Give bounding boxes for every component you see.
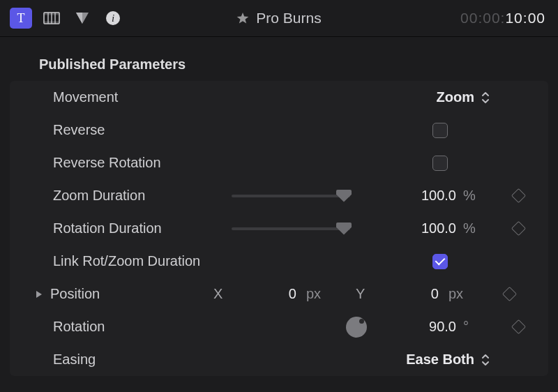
- popup-easing-value: Ease Both: [406, 352, 474, 368]
- row-rotation-duration: Rotation Duration 100.0 %: [10, 212, 548, 245]
- label-link-duration: Link Rot/Zoom Duration: [53, 253, 232, 269]
- row-zoom-duration: Zoom Duration 100.0 %: [10, 179, 548, 212]
- row-reverse-rotation: Reverse Rotation: [10, 146, 548, 179]
- info-icon: i: [105, 10, 121, 26]
- label-zoom-duration: Zoom Duration: [53, 188, 232, 204]
- timecode-dim: 00:00:: [460, 10, 505, 26]
- label-reverse-rotation: Reverse Rotation: [53, 155, 232, 171]
- position-y-value[interactable]: 0: [426, 286, 439, 302]
- svg-text:i: i: [112, 13, 114, 24]
- row-reverse: Reverse: [10, 114, 548, 146]
- position-y-unit: px: [448, 286, 463, 302]
- inspector-title[interactable]: Pro Burns: [236, 10, 321, 27]
- star-icon: [236, 12, 249, 24]
- header-divider: [0, 36, 558, 37]
- text-icon: T: [14, 11, 28, 25]
- tab-text[interactable]: T: [10, 8, 32, 29]
- position-x-unit: px: [306, 286, 321, 302]
- popup-easing[interactable]: Ease Both: [232, 352, 509, 368]
- keyframe-position[interactable]: [502, 287, 516, 301]
- parameters-panel: Movement Zoom Reverse Reverse Rotation Z…: [10, 81, 548, 376]
- tab-generator[interactable]: [71, 8, 93, 29]
- svg-marker-12: [36, 291, 42, 298]
- triangle-down-icon: [75, 11, 90, 25]
- label-reverse: Reverse: [53, 122, 232, 138]
- value-zoom-duration[interactable]: 100.0 %: [371, 188, 509, 204]
- checkbox-link-duration[interactable]: [432, 254, 448, 269]
- tab-info[interactable]: i: [102, 8, 124, 29]
- svg-marker-11: [237, 13, 249, 24]
- row-position: Position X 0 px Y 0 px: [10, 278, 548, 310]
- tab-video[interactable]: [40, 8, 63, 29]
- row-link-duration: Link Rot/Zoom Duration: [10, 245, 548, 278]
- popup-movement-value: Zoom: [437, 89, 474, 105]
- keyframe-rotation-duration[interactable]: [511, 221, 525, 236]
- label-position: Position: [50, 286, 100, 302]
- value-rotation-duration[interactable]: 100.0 %: [371, 220, 509, 236]
- position-y-label: Y: [356, 286, 365, 302]
- filmstrip-icon: [43, 11, 60, 25]
- checkbox-reverse[interactable]: [432, 123, 448, 138]
- label-rotation-duration: Rotation Duration: [53, 220, 232, 236]
- label-rotation: Rotation: [53, 319, 232, 335]
- row-movement: Movement Zoom: [10, 81, 548, 114]
- position-x-label: X: [213, 286, 223, 302]
- slider-rotation-duration[interactable]: [232, 227, 350, 230]
- section-title: Published Parameters: [0, 38, 558, 81]
- timecode[interactable]: 00:00:10:00: [460, 10, 545, 27]
- keyframe-rotation[interactable]: [511, 319, 525, 334]
- title-text: Pro Burns: [256, 10, 321, 27]
- slider-zoom-duration[interactable]: [232, 195, 350, 197]
- disclosure-triangle-icon[interactable]: [35, 289, 43, 299]
- chevron-updown-icon: [481, 91, 490, 104]
- label-movement: Movement: [53, 89, 232, 105]
- popup-movement[interactable]: Zoom: [232, 89, 509, 105]
- value-rotation[interactable]: 90.0 °: [371, 319, 509, 335]
- label-easing: Easing: [53, 352, 232, 368]
- svg-text:T: T: [17, 11, 25, 25]
- chevron-updown-icon: [481, 354, 490, 366]
- position-x-value[interactable]: 0: [284, 286, 296, 302]
- inspector-header: T i Pro Burns 00:: [0, 0, 558, 36]
- row-rotation: Rotation 90.0 °: [10, 310, 548, 343]
- checkbox-reverse-rotation[interactable]: [432, 156, 448, 171]
- keyframe-zoom-duration[interactable]: [511, 188, 525, 203]
- rotation-dial[interactable]: [346, 317, 367, 338]
- row-easing: Easing Ease Both: [10, 343, 548, 376]
- timecode-bright: 10:00: [505, 10, 545, 26]
- svg-marker-8: [76, 13, 82, 24]
